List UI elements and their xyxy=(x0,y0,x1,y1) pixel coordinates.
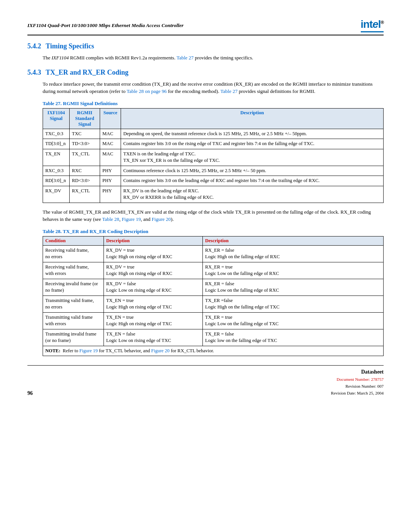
table27-th-rgmii: RGMIIStandardSignal xyxy=(70,108,100,129)
t27-signal-3: RXC_0:3 xyxy=(43,166,70,176)
t28-cond-5: Transmitting invalid frame (or no frame) xyxy=(43,329,104,346)
table27-link[interactable]: Table 27 xyxy=(177,55,194,61)
t28-desc1-4: TX_EN = trueLogic High on rising edge of… xyxy=(104,312,203,329)
t28-desc1-5: TX_EN = falseLogic Low on rising edge of… xyxy=(104,329,203,346)
t27-rgmii-0: TXC xyxy=(70,129,100,139)
t27-rgmii-1: TD<3:0> xyxy=(70,139,100,149)
table28-note-row: NOTE: Refer to Figure 19 for TX_CTL beha… xyxy=(43,346,384,356)
t27-signal-4: RD[3:0]_n xyxy=(43,176,70,186)
fig20-link-note[interactable]: Figure 20 xyxy=(151,348,169,353)
t27-source-4: PHY xyxy=(100,176,121,186)
t28-desc2-1: RX_ER = trueLogic Low on the falling edg… xyxy=(203,262,384,279)
table28-row-4: Transmitting valid frame with errors TX_… xyxy=(43,312,384,329)
t28-cond-0: Receiving valid frame,no errors xyxy=(43,245,104,262)
section-543: 5.4.3TX_ER and RX_ER Coding To reduce in… xyxy=(27,69,384,95)
footer-datasheet-label: Datasheet xyxy=(331,368,384,376)
t27-desc-1: Contains register bits 3:0 on the rising… xyxy=(121,139,384,149)
t28-desc1-1: RX_DV = trueLogic High on rising edge of… xyxy=(104,262,203,279)
section-542-title: Timing Specifics xyxy=(46,42,94,50)
para-between: The value of RGMII_TX_ER and RGMII_TX_EN… xyxy=(43,208,384,223)
t28-desc1-2: RX_DV = falseLogic Low on rising edge of… xyxy=(104,279,203,296)
t27-rgmii-2: TX_CTL xyxy=(70,149,100,166)
registered-mark: ® xyxy=(381,20,384,25)
table28-link-2[interactable]: Table 28 xyxy=(102,216,119,222)
footer-page-number: 96 xyxy=(27,390,33,396)
table28-link-1[interactable]: Table 28 on page 96 xyxy=(127,88,167,94)
table28-row-0: Receiving valid frame,no errors RX_DV = … xyxy=(43,245,384,262)
footer-right: Datasheet Document Number: 278757 Revisi… xyxy=(331,368,384,396)
footer-date: Revision Date: March 25, 2004 xyxy=(331,390,384,397)
table27-caption: Table 27. RGMII Signal Definitions xyxy=(43,101,384,107)
table27-row-5: RX_DV RX_CTL PHY RX_DV is on the leading… xyxy=(43,186,384,203)
intel-logo-underline xyxy=(361,31,384,32)
table27-th-signal: IXF1104Signal xyxy=(43,108,70,129)
section-543-title: TX_ER and RX_ER Coding xyxy=(46,69,129,76)
t27-rgmii-4: RD<3:0> xyxy=(70,176,100,186)
t27-source-2: MAC xyxy=(100,149,121,166)
page-header: IXF1104 Quad-Port 10/100/1000 Mbps Ether… xyxy=(27,18,384,35)
t28-desc1-0: RX_DV = trueLogic High on rising edge of… xyxy=(104,245,203,262)
t28-cond-3: Transmitting valid frame,no errors xyxy=(43,296,104,312)
t28-cond-1: Receiving valid frame,with errors xyxy=(43,262,104,279)
figure20-link[interactable]: Figure 20 xyxy=(152,216,171,222)
t27-desc-5: RX_DV is on the leading edge of RXC.RX_D… xyxy=(121,186,384,203)
t27-desc-0: Depending on speed, the transmit referen… xyxy=(121,129,384,139)
section-543-body: To reduce interface power, the transmit … xyxy=(43,80,384,95)
t27-signal-5: RX_DV xyxy=(43,186,70,203)
t27-rgmii-5: RX_CTL xyxy=(70,186,100,203)
table27-row-2: TX_EN TX_CTL MAC TXEN is on the leading … xyxy=(43,149,384,166)
section-543-heading: 5.4.3TX_ER and RX_ER Coding xyxy=(27,69,384,77)
table27-row-0: TXC_0:3 TXC MAC Depending on speed, the … xyxy=(43,129,384,139)
section-543-number: 5.4.3 xyxy=(27,69,41,76)
t28-cond-4: Transmitting valid frame with errors xyxy=(43,312,104,329)
section-542-number: 5.4.2 xyxy=(27,42,41,50)
table27-row-1: TD[3:0]_n TD<3:0> MAC Contains register … xyxy=(43,139,384,149)
table28-th-desc1: Description xyxy=(104,236,203,245)
table27-anchor: Table 27. RGMII Signal Definitions xyxy=(43,101,118,106)
t28-desc1-3: TX_EN = trueLogic High on rising edge of… xyxy=(104,296,203,312)
table28-row-1: Receiving valid frame,with errors RX_DV … xyxy=(43,262,384,279)
page: IXF1104 Quad-Port 10/100/1000 Mbps Ether… xyxy=(0,0,411,419)
table27-header-row: IXF1104Signal RGMIIStandardSignal Source… xyxy=(43,108,384,129)
table28-th-condition: Condition xyxy=(43,236,104,245)
t27-desc-4: Contains register bits 3:0 on the leadin… xyxy=(121,176,384,186)
table28-row-3: Transmitting valid frame,no errors TX_EN… xyxy=(43,296,384,312)
t28-desc2-5: TX_ER = falseLogic low on the falling ed… xyxy=(203,329,384,346)
t27-desc-3: Continuous reference clock is 125 MHz, 2… xyxy=(121,166,384,176)
table28: Condition Description Description Receiv… xyxy=(43,236,384,356)
t27-source-0: MAC xyxy=(100,129,121,139)
header-title: IXF1104 Quad-Port 10/100/1000 Mbps Ether… xyxy=(27,22,183,29)
intel-logo: intel® xyxy=(361,18,384,30)
t27-source-5: PHY xyxy=(100,186,121,203)
t27-source-1: MAC xyxy=(100,139,121,149)
table28-anchor: Table 28. TX_ER and RX_ER Coding Descrip… xyxy=(43,228,148,234)
t28-cond-2: Receiving invalid frame (or no frame) xyxy=(43,279,104,296)
t27-signal-1: TD[3:0]_n xyxy=(43,139,70,149)
section-542: 5.4.2Timing Specifics The IXF1104 RGMII … xyxy=(27,42,384,62)
table27: IXF1104Signal RGMIIStandardSignal Source… xyxy=(43,108,384,203)
t28-desc2-3: TX_ER =falseLogic High on the falling ed… xyxy=(203,296,384,312)
table28-row-2: Receiving invalid frame (or no frame) RX… xyxy=(43,279,384,296)
t27-signal-2: TX_EN xyxy=(43,149,70,166)
table28-caption: Table 28. TX_ER and RX_ER Coding Descrip… xyxy=(43,228,384,235)
table27-row-3: RXC_0:3 RXC PHY Continuous reference clo… xyxy=(43,166,384,176)
fig19-link-note[interactable]: Figure 19 xyxy=(80,348,98,353)
table28-header-row: Condition Description Description xyxy=(43,236,384,245)
t27-signal-0: TXC_0:3 xyxy=(43,129,70,139)
table27-link-2[interactable]: Table 27 xyxy=(220,88,237,94)
footer-revision: Revision Number: 007 xyxy=(331,383,384,390)
t28-desc2-4: TX_ER = trueLogic Low on the falling edg… xyxy=(203,312,384,329)
table27-row-4: RD[3:0]_n RD<3:0> PHY Contains register … xyxy=(43,176,384,186)
intel-logo-container: intel® xyxy=(361,18,384,32)
t27-source-3: PHY xyxy=(100,166,121,176)
figure19-link[interactable]: Figure 19 xyxy=(122,216,141,222)
table28-row-5: Transmitting invalid frame (or no frame)… xyxy=(43,329,384,346)
section-542-body: The IXF1104 RGMII complies with RGMII Re… xyxy=(43,54,384,62)
t27-desc-2: TXEN is on the leading edge of TXC.TX_EN… xyxy=(121,149,384,166)
table28-th-desc2: Description xyxy=(203,236,384,245)
t28-desc2-0: RX_ER = falseLogic High on the falling e… xyxy=(203,245,384,262)
table28-note: NOTE: Refer to Figure 19 for TX_CTL beha… xyxy=(43,346,384,356)
t28-desc2-2: RX_ER = falseLogic Low on the falling ed… xyxy=(203,279,384,296)
t27-rgmii-3: RXC xyxy=(70,166,100,176)
table27-th-desc: Description xyxy=(121,108,384,129)
